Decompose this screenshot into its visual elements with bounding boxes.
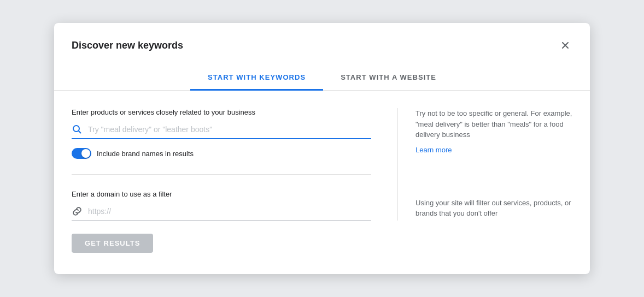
search-input-wrapper	[72, 123, 371, 139]
dialog-title: Discover new keywords	[72, 40, 183, 51]
domain-section: Enter a domain to use as a filter	[72, 190, 371, 221]
search-section-label: Enter products or services closely relat…	[72, 108, 371, 116]
close-button[interactable]	[558, 38, 572, 52]
learn-more-link[interactable]: Learn more	[415, 146, 572, 154]
toggle-label: Include brand names in results	[97, 150, 194, 158]
domain-input[interactable]	[88, 205, 371, 218]
keyword-hint-text: Try not to be too specific or general. F…	[415, 108, 572, 140]
toggle-row: Include brand names in results	[72, 148, 371, 159]
dialog-body: Enter products or services closely relat…	[54, 91, 590, 221]
discover-keywords-dialog: Discover new keywords START WITH KEYWORD…	[54, 23, 590, 274]
section-divider	[72, 174, 371, 175]
close-icon	[560, 40, 570, 50]
domain-hint-text: Using your site will filter out services…	[415, 198, 572, 219]
brand-names-toggle[interactable]	[72, 148, 91, 159]
left-panel: Enter products or services closely relat…	[72, 108, 397, 221]
search-section: Enter products or services closely relat…	[72, 108, 371, 159]
tab-start-with-keywords[interactable]: START WITH KEYWORDS	[190, 66, 323, 91]
right-panel: Try not to be too specific or general. F…	[397, 108, 572, 221]
dialog-footer: GET RESULTS	[54, 221, 590, 268]
keyword-search-input[interactable]	[88, 123, 371, 136]
domain-section-label: Enter a domain to use as a filter	[72, 190, 371, 198]
dialog-header: Discover new keywords	[54, 23, 590, 52]
get-results-button[interactable]: GET RESULTS	[72, 234, 153, 253]
domain-input-wrapper	[72, 205, 371, 221]
tab-bar: START WITH KEYWORDS START WITH A WEBSITE	[54, 66, 590, 91]
tab-start-with-website[interactable]: START WITH A WEBSITE	[323, 66, 454, 91]
search-icon	[72, 124, 83, 135]
toggle-knob	[81, 149, 90, 158]
link-icon	[72, 206, 83, 217]
